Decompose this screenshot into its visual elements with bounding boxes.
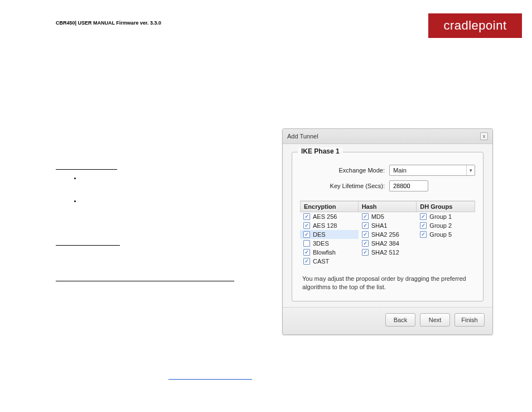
dialog-title: Add Tunnel	[287, 133, 318, 140]
list-item[interactable]: SHA2 256	[359, 230, 417, 239]
left-column-text	[56, 162, 262, 284]
checkbox-icon[interactable]	[362, 231, 369, 238]
checkbox-icon[interactable]	[362, 249, 369, 256]
list-item[interactable]: MD5	[359, 212, 417, 221]
dh-column: DH Groups Group 1 Group 2 Group 5	[417, 201, 475, 266]
list-item[interactable]: Group 1	[417, 212, 475, 221]
checkbox-icon[interactable]	[303, 258, 310, 265]
checkbox-icon[interactable]	[303, 240, 310, 247]
encryption-column: Encryption AES 256 AES 128 DES 3DES Blow…	[300, 201, 359, 266]
dialog-footer: Back Next Finish	[283, 307, 492, 334]
list-item[interactable]: SHA2 384	[359, 239, 417, 248]
list-item[interactable]: 3DES	[300, 239, 359, 248]
dh-header: DH Groups	[417, 201, 475, 212]
footer-link	[168, 379, 252, 380]
algorithm-columns: Encryption AES 256 AES 128 DES 3DES Blow…	[300, 200, 475, 266]
brand-logo: cradlepoint	[428, 13, 522, 38]
hash-header: Hash	[359, 201, 417, 212]
fieldset-legend: IKE Phase 1	[298, 147, 343, 155]
checkbox-icon[interactable]	[362, 240, 369, 247]
dialog-body: IKE Phase 1 Exchange Mode: Main ▾ Key Li…	[283, 144, 492, 307]
key-lifetime-label: Key Lifetime (Secs):	[300, 183, 389, 189]
doc-header: CBR450| USER MANUAL Firmware ver. 3.3.0	[56, 20, 161, 26]
checkbox-icon[interactable]	[420, 231, 427, 238]
list-item[interactable]: AES 128	[300, 221, 359, 230]
exchange-mode-row: Exchange Mode: Main ▾	[300, 165, 475, 176]
checkbox-icon[interactable]	[362, 213, 369, 220]
list-item[interactable]: SHA1	[359, 221, 417, 230]
checkbox-icon[interactable]	[420, 213, 427, 220]
checkbox-icon[interactable]	[420, 222, 427, 229]
close-icon[interactable]: x	[480, 132, 488, 140]
list-item[interactable]: SHA2 512	[359, 248, 417, 257]
list-item[interactable]: CAST	[300, 257, 359, 266]
checkbox-icon[interactable]	[303, 222, 310, 229]
checkbox-icon[interactable]	[303, 231, 310, 238]
hash-column: Hash MD5 SHA1 SHA2 256 SHA2 384 SHA2 512	[359, 201, 417, 266]
exchange-mode-select[interactable]: Main ▾	[389, 165, 475, 176]
checkbox-icon[interactable]	[303, 213, 310, 220]
add-tunnel-dialog: Add Tunnel x IKE Phase 1 Exchange Mode: …	[282, 128, 493, 335]
key-lifetime-row: Key Lifetime (Secs):	[300, 180, 475, 191]
next-button[interactable]: Next	[420, 313, 450, 327]
encryption-header: Encryption	[300, 201, 359, 212]
ike-phase1-fieldset: IKE Phase 1 Exchange Mode: Main ▾ Key Li…	[292, 152, 483, 301]
chevron-down-icon: ▾	[466, 165, 472, 175]
list-item[interactable]: Group 5	[417, 230, 475, 239]
exchange-mode-label: Exchange Mode:	[300, 167, 389, 174]
list-item[interactable]: Group 2	[417, 221, 475, 230]
back-button[interactable]: Back	[385, 313, 415, 327]
dialog-titlebar: Add Tunnel x	[283, 129, 492, 144]
list-item[interactable]: DES	[300, 230, 359, 239]
key-lifetime-input[interactable]	[389, 180, 428, 191]
list-item[interactable]: Blowfish	[300, 248, 359, 257]
checkbox-icon[interactable]	[303, 249, 310, 256]
list-item[interactable]: AES 256	[300, 212, 359, 221]
checkbox-icon[interactable]	[362, 222, 369, 229]
finish-button[interactable]: Finish	[454, 313, 485, 327]
proposal-hint: You may adjust the proposal order by dra…	[300, 275, 475, 292]
exchange-mode-value: Main	[393, 167, 407, 174]
